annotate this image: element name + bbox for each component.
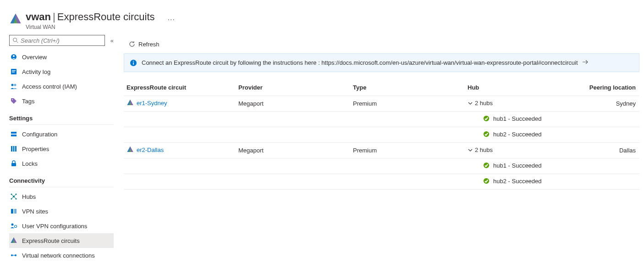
sidebar-item-overview[interactable]: Overview	[9, 50, 114, 64]
col-provider[interactable]: Provider	[238, 84, 353, 91]
divider	[9, 187, 114, 187]
more-icon[interactable]: ···	[168, 16, 175, 24]
info-icon	[130, 59, 137, 67]
log-icon	[10, 68, 17, 75]
sidebar-item-label: Tags	[22, 98, 34, 105]
svg-line-4	[17, 41, 18, 43]
success-icon	[483, 131, 490, 137]
sidebar-item-expressroute[interactable]: ExpressRoute circuits	[9, 233, 114, 248]
chevron-down-icon	[468, 101, 473, 106]
sidebar-item-label: ExpressRoute circuits	[22, 237, 80, 244]
chevron-down-icon	[468, 147, 473, 153]
collapse-icon[interactable]: «	[110, 37, 114, 44]
sidebar-item-properties[interactable]: Properties	[9, 141, 114, 156]
main-content: Refresh Connect an ExpressRoute circuit …	[119, 35, 644, 270]
sidebar-item-label: User VPN configurations	[22, 223, 87, 230]
arrow-right-icon[interactable]	[582, 58, 589, 67]
svg-line-27	[14, 197, 16, 199]
search-icon	[12, 37, 19, 44]
tags-icon	[10, 97, 17, 105]
circuits-table: ExpressRoute circuit Provider Type Hub P…	[124, 79, 639, 190]
svg-rect-8	[12, 70, 16, 71]
locks-icon	[10, 160, 17, 167]
hubs-icon	[10, 193, 17, 200]
svg-point-6	[13, 55, 15, 57]
expressroute-icon	[127, 99, 134, 107]
svg-rect-39	[133, 62, 134, 65]
svg-rect-15	[11, 146, 12, 152]
hub-expand-toggle[interactable]: 2 hubs	[468, 100, 493, 107]
hub-name: hub2	[493, 178, 506, 185]
banner-text: Connect an ExpressRoute circuit by follo…	[142, 59, 578, 66]
hub-status-row: hub1 - Succeeded	[483, 115, 542, 122]
overview-icon	[10, 53, 17, 61]
success-icon	[483, 178, 490, 184]
table-row[interactable]: er1-Sydney Megaport Premium 2 hubs Sydne…	[124, 96, 639, 112]
hub-summary: 2 hubs	[475, 146, 493, 153]
svg-line-24	[11, 194, 14, 197]
vpn-sites-icon	[10, 208, 17, 215]
page-title: vwan | ExpressRoute circuits	[26, 11, 155, 23]
refresh-button[interactable]: Refresh	[125, 37, 163, 51]
sidebar-item-locks[interactable]: Locks	[9, 156, 114, 171]
col-hub[interactable]: Hub	[468, 84, 580, 91]
sidebar-item-label: VPN sites	[22, 208, 48, 215]
col-peer[interactable]: Peering location	[580, 84, 639, 91]
toolbar: Refresh	[119, 35, 644, 53]
cell-provider: Megaport	[238, 100, 353, 107]
sidebar-item-configuration[interactable]: Configuration	[9, 127, 114, 141]
info-banner: Connect an ExpressRoute circuit by follo…	[124, 53, 639, 72]
sidebar-item-label: Overview	[22, 54, 47, 61]
hub-name: hub1	[493, 162, 506, 169]
col-type[interactable]: Type	[353, 84, 468, 91]
svg-point-12	[12, 99, 13, 100]
sidebar-item-vpn-sites[interactable]: VPN sites	[9, 204, 114, 219]
sidebar-item-label: Properties	[22, 146, 49, 152]
page-subtitle: Virtual WAN	[26, 24, 155, 30]
page-header: vwan | ExpressRoute circuits Virtual WAN…	[0, 0, 644, 35]
svg-line-25	[14, 194, 16, 197]
sidebar-item-label: Configuration	[22, 131, 57, 138]
hub-summary: 2 hubs	[475, 100, 493, 107]
cell-peer: Sydney	[580, 100, 639, 107]
hub-status: Succeeded	[512, 131, 541, 138]
table-row-hub: hub1 - Succeeded	[124, 158, 639, 174]
sidebar-item-vnet-connections[interactable]: Virtual network connections	[9, 248, 114, 263]
sidebar-heading-settings: Settings	[9, 115, 114, 122]
circuit-link[interactable]: er2-Dallas	[127, 146, 164, 153]
search-input[interactable]	[21, 37, 102, 44]
sidebar: « Overview Activity log Access control (…	[0, 35, 119, 270]
sidebar-item-hubs[interactable]: Hubs	[9, 189, 114, 204]
hub-name: hub1	[493, 115, 506, 122]
hub-status-row: hub2 - Succeeded	[483, 131, 542, 138]
sidebar-item-user-vpn[interactable]: User VPN configurations	[9, 219, 114, 233]
expressroute-icon	[127, 146, 134, 153]
hub-name: hub2	[493, 131, 506, 138]
search-input-wrapper[interactable]	[9, 35, 105, 46]
table-row-hub: hub2 - Succeeded	[124, 127, 639, 143]
properties-icon	[10, 145, 17, 152]
hub-expand-toggle[interactable]: 2 hubs	[468, 146, 493, 153]
user-vpn-icon	[10, 222, 17, 230]
sidebar-item-label: Virtual network connections	[22, 252, 95, 259]
svg-rect-13	[11, 132, 17, 134]
svg-rect-14	[11, 135, 17, 136]
svg-point-3	[13, 38, 17, 42]
circuit-link[interactable]: er1-Sydney	[127, 99, 167, 107]
success-icon	[483, 115, 490, 122]
expressroute-icon	[9, 13, 22, 26]
table-row[interactable]: er2-Dallas Megaport Premium 2 hubs Dalla…	[124, 143, 639, 158]
sidebar-item-label: Hubs	[22, 193, 36, 200]
col-circuit[interactable]: ExpressRoute circuit	[124, 84, 238, 91]
table-row-hub: hub1 - Succeeded	[124, 112, 639, 127]
expressroute-icon	[10, 237, 17, 244]
sidebar-item-activity-log[interactable]: Activity log	[9, 64, 114, 79]
hub-status-row: hub2 - Succeeded	[483, 178, 542, 185]
svg-point-11	[14, 84, 17, 86]
sidebar-item-tags[interactable]: Tags	[9, 94, 114, 108]
sidebar-item-access-control[interactable]: Access control (IAM)	[9, 79, 114, 94]
configuration-icon	[10, 130, 17, 138]
svg-rect-9	[12, 72, 15, 73]
hub-status-row: hub1 - Succeeded	[483, 162, 542, 169]
cell-peer: Dallas	[580, 147, 639, 154]
